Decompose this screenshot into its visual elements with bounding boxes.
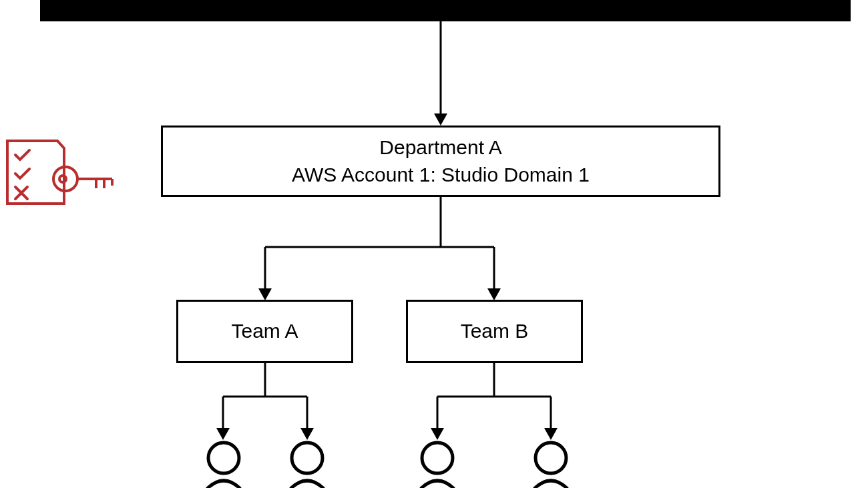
branch-team-b-to-users [414,363,574,443]
parent-box [40,0,851,21]
svg-marker-13 [300,428,314,440]
team-a-label: Team A [231,318,298,345]
team-a-box: Team A [176,300,353,363]
svg-marker-17 [431,428,444,440]
svg-point-20 [208,443,239,473]
user-icon [206,441,242,487]
team-b-label: Team B [461,318,529,345]
user-icon [533,441,570,487]
arrow-top-to-dept [434,21,447,126]
permissions-icon-group [5,139,116,206]
branch-dept-to-teams [254,197,507,300]
svg-marker-7 [487,288,501,300]
branch-team-a-to-users [207,363,327,443]
svg-marker-5 [258,288,272,300]
user-icon [289,441,326,487]
svg-point-25 [59,176,66,182]
key-icon [51,162,118,196]
svg-marker-1 [434,113,447,126]
svg-marker-19 [544,428,558,440]
svg-marker-11 [216,428,230,440]
svg-point-21 [292,443,322,473]
department-name: Department A [379,134,501,162]
svg-point-22 [422,443,453,473]
department-box: Department A AWS Account 1: Studio Domai… [161,126,720,197]
user-icon [419,441,456,487]
team-b-box: Team B [406,300,583,363]
svg-point-23 [535,443,566,473]
department-account: AWS Account 1: Studio Domain 1 [292,162,590,189]
